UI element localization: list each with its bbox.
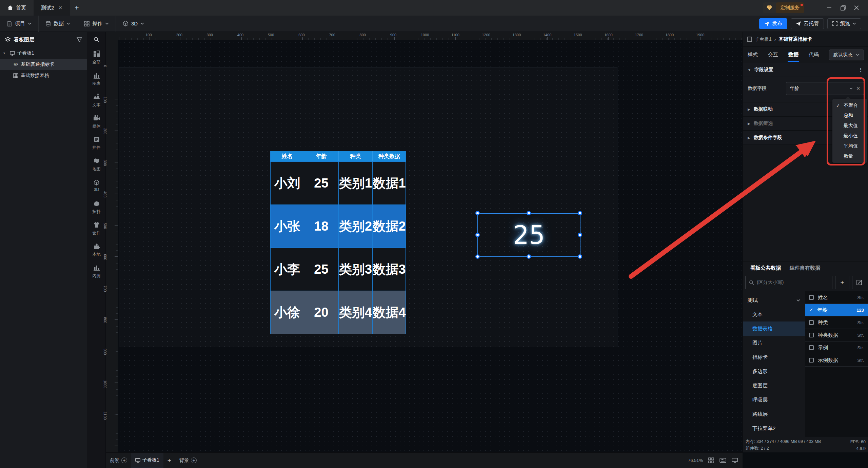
filter-icon[interactable]	[77, 37, 82, 42]
resize-handle[interactable]	[527, 254, 531, 259]
menu-item-项目[interactable]: 项目	[0, 16, 39, 32]
table-body: 小刘25类别1数据1小张18类别2数据2小李25类别3数据3小徐20类别4数据4	[271, 161, 406, 334]
field-row-种类[interactable]: 种类Str.	[805, 316, 868, 329]
layer-tree-item-子看板1[interactable]: ▾子看板1	[0, 47, 87, 59]
tab-home[interactable]: 首页	[0, 0, 34, 16]
presentation-icon[interactable]	[732, 458, 738, 463]
add-foreground-icon[interactable]: +	[121, 457, 127, 463]
edit-dataset-button[interactable]	[852, 276, 866, 289]
field-type: Str.	[857, 345, 864, 350]
fit-view-icon[interactable]	[708, 457, 714, 463]
action-button-预览[interactable]: 预览	[827, 18, 861, 29]
zoom-level[interactable]: 76.51%	[688, 458, 703, 463]
dataset-item-图片[interactable]: 图片	[743, 336, 805, 350]
minimize-button[interactable]	[823, 2, 836, 14]
kebab-menu-icon[interactable]: ⋮	[858, 67, 863, 73]
search-input[interactable]: (区分大小写)	[745, 276, 832, 289]
new-tab-button[interactable]: +	[70, 0, 83, 16]
inspector-tab-数据[interactable]: 数据	[788, 47, 799, 62]
data-tab-组件自有数据[interactable]: 组件自有数据	[790, 265, 820, 271]
dataset-item-数据表格[interactable]: 数据表格	[743, 321, 805, 336]
toolbar-actions: 发布云托管预览	[759, 18, 861, 29]
menu-item-数据[interactable]: 数据	[39, 16, 77, 32]
action-button-云托管[interactable]: 云托管	[791, 18, 824, 29]
table-row: 小李25类别3数据3	[271, 248, 406, 291]
resize-handle[interactable]	[475, 211, 480, 215]
table-cell: 数据2	[373, 204, 406, 248]
inspector-tab-样式[interactable]: 样式	[747, 47, 758, 62]
restore-button[interactable]	[836, 2, 850, 14]
hruler-label: 200	[176, 33, 182, 37]
table-cell: 类别2	[339, 204, 373, 248]
menu-item-3D[interactable]: 3D	[116, 16, 151, 32]
field-row-年龄[interactable]: ✓年龄123	[805, 304, 868, 316]
resize-handle[interactable]	[475, 233, 480, 237]
brackets-icon	[832, 21, 837, 26]
layer-tree-item-基础普通指标卡[interactable]: 123基础普通指标卡	[0, 59, 87, 70]
layer-tree-item-基础数据表格[interactable]: 基础数据表格	[0, 70, 87, 81]
background-layer-button[interactable]: 背景+	[175, 453, 201, 468]
canvas[interactable]: 姓名年龄种类种类数据 小刘25类别1数据1小张18类别2数据2小李25类别3数据…	[118, 40, 743, 452]
tab-test2[interactable]: 测试2 ✕	[34, 0, 70, 16]
vruler-label: 300	[103, 160, 107, 166]
field-checkbox[interactable]	[809, 345, 814, 350]
dataset-select[interactable]: 测试	[743, 293, 805, 307]
add-dataset-button[interactable]: +	[835, 276, 849, 289]
vip-badge[interactable]: 定制服务	[763, 2, 804, 13]
status-bar: 内存: 334 / 3747 / 4096 MB 69 / 403 MB FPS…	[743, 437, 868, 452]
resize-handle[interactable]	[475, 254, 480, 259]
field-row-姓名[interactable]: 姓名Str.	[805, 291, 868, 304]
field-checkbox[interactable]	[809, 358, 814, 363]
resize-handle[interactable]	[578, 254, 582, 259]
dataset-item-路线层[interactable]: 路线层	[743, 407, 805, 421]
field-row-示例[interactable]: 示例Str.	[805, 342, 868, 354]
vertical-ruler: 010020030040050060070080090010001100	[106, 32, 118, 452]
tab-close-icon[interactable]: ✕	[58, 5, 62, 11]
field-checkbox[interactable]	[809, 295, 814, 300]
menu-item-操作[interactable]: 操作	[77, 16, 116, 32]
canvas-bottom-bar: 前景+ 子看板1 + 背景+ 76.51%	[106, 452, 743, 468]
breadcrumb-parent[interactable]: 子看板1	[755, 36, 772, 42]
data-table-component[interactable]: 姓名年龄种类种类数据 小刘25类别1数据1小张18类别2数据2小李25类别3数据…	[270, 151, 406, 334]
field-checkbox[interactable]	[809, 333, 814, 337]
inspector-tab-交互[interactable]: 交互	[767, 47, 779, 62]
component-search-icon[interactable]	[87, 32, 105, 47]
board-tab[interactable]: 子看板1	[131, 453, 163, 468]
strip-item-图表[interactable]: 图表	[87, 68, 106, 90]
foreground-layer-button[interactable]: 前景+	[106, 453, 131, 468]
resize-handle[interactable]	[578, 211, 582, 215]
tree-caret-icon[interactable]: ▾	[3, 51, 7, 55]
inspector-tab-代码[interactable]: 代码	[808, 47, 820, 62]
strip-item-内测[interactable]: 内测	[87, 260, 106, 282]
dataset-item-文本[interactable]: 文本	[743, 307, 805, 321]
dataset-item-底图层[interactable]: 底图层	[743, 378, 805, 393]
dataset-item-指标卡[interactable]: 指标卡	[743, 350, 805, 364]
action-button-发布[interactable]: 发布	[759, 18, 787, 29]
keyboard-shortcuts-icon[interactable]	[719, 458, 726, 463]
beta-icon	[93, 264, 100, 271]
field-settings-header[interactable]: ▼ 字段设置 ⋮	[743, 63, 868, 77]
field-checkbox[interactable]	[809, 320, 814, 325]
dataset-item-呼吸层[interactable]: 呼吸层	[743, 393, 805, 407]
hruler-label: 900	[390, 33, 396, 37]
kit-icon	[93, 221, 100, 229]
table-cell: 小徐	[271, 291, 304, 334]
dataset-item-下拉菜单2[interactable]: 下拉菜单2	[743, 421, 805, 435]
hruler-label: 100	[145, 33, 152, 37]
data-tab-看板公共数据[interactable]: 看板公共数据	[750, 265, 781, 271]
add-board-button[interactable]: +	[163, 453, 175, 468]
metric-value: 25	[513, 220, 545, 250]
strip-item-控件[interactable]: 控件	[87, 132, 106, 154]
close-button[interactable]	[850, 2, 863, 14]
resize-handle[interactable]	[578, 233, 582, 237]
metric-card-component[interactable]: 25	[477, 213, 580, 257]
resize-handle[interactable]	[527, 211, 531, 215]
table-cell: 小张	[271, 204, 304, 248]
state-select[interactable]: 默认状态	[829, 50, 864, 60]
strip-item-拓扑[interactable]: 拓扑	[87, 196, 106, 218]
field-row-种类数据[interactable]: 种类数据Str.	[805, 329, 868, 342]
field-row-示例数据[interactable]: 示例数据Str.	[805, 354, 868, 367]
dataset-item-多边形[interactable]: 多边形	[743, 364, 805, 378]
add-background-icon[interactable]: +	[191, 457, 197, 463]
table-cell: 20	[304, 291, 339, 334]
